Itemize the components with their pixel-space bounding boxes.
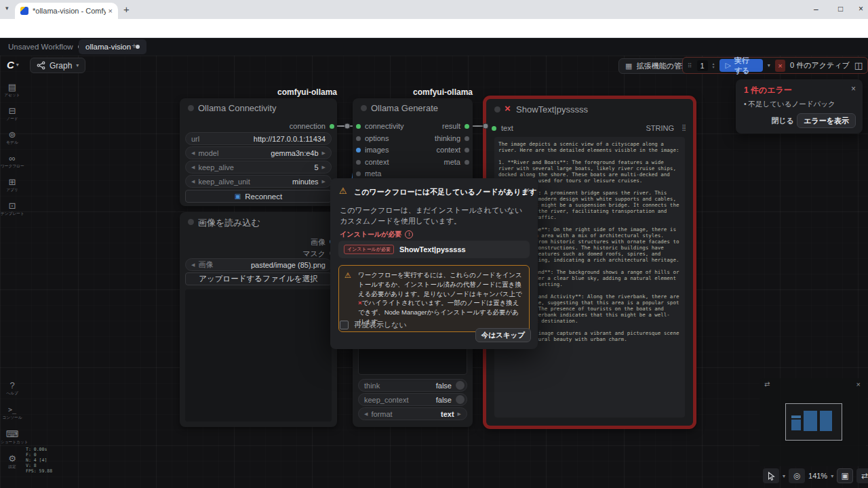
sidebar-item-nodes[interactable]: ⊟ ノード xyxy=(0,106,24,122)
sidebar-item-workflows[interactable]: ∞ ワークフロー xyxy=(0,154,24,169)
sidebar-item-models[interactable]: ⊚ モデル xyxy=(0,130,24,146)
node-ollama-connectivity[interactable]: Ollama Connectivity connection url http:… xyxy=(180,98,337,206)
input-slot[interactable] xyxy=(356,160,361,165)
input-slot[interactable] xyxy=(492,126,496,131)
checkbox[interactable] xyxy=(340,321,349,329)
reconnect-button[interactable]: ▣ Reconnect xyxy=(185,190,332,203)
dialog-body: このワークフローは、まだインストールされていないカスタムノードを使用しています。 xyxy=(340,205,528,227)
step-down-icon[interactable]: ▾ xyxy=(713,66,715,69)
combo-left-icon[interactable]: ◀ xyxy=(191,179,195,184)
error-close-button[interactable]: 閉じる xyxy=(765,113,800,128)
collapse-dot-icon[interactable] xyxy=(494,106,500,113)
sidebar-item-templates[interactable]: ⊡ テンプレート xyxy=(0,201,24,217)
pointer-options-chevron-icon[interactable]: ▾ xyxy=(783,473,785,479)
cancel-run-button[interactable]: × xyxy=(775,60,785,72)
drag-handle-icon[interactable]: ⠿ xyxy=(688,62,692,69)
skip-for-now-button[interactable]: 今はスキップ xyxy=(475,328,531,342)
input-slot[interactable] xyxy=(356,124,361,129)
sidebar-item-apps[interactable]: ⊞ アプリ xyxy=(0,178,24,193)
run-options-chevron-icon[interactable]: ▾ xyxy=(768,62,770,68)
upload-file-button[interactable]: アップロードするファイルを選択 xyxy=(185,272,332,285)
window-minimize-button[interactable]: – xyxy=(814,5,818,14)
collapse-dot-icon[interactable] xyxy=(361,105,367,111)
sidebar-item-assets[interactable]: ▤ アセット xyxy=(0,83,24,98)
batch-count-stepper[interactable]: ▴ ▾ xyxy=(713,62,715,69)
input-slot[interactable] xyxy=(356,136,361,141)
combo-left-icon[interactable]: ◀ xyxy=(364,411,368,417)
zoom-level[interactable]: 141% xyxy=(808,472,827,480)
combo-right-icon[interactable]: ▶ xyxy=(458,411,461,417)
node-category-label: comfyui-ollama xyxy=(180,87,337,97)
sidebar-item-shortcuts[interactable]: ⌨ ショートカット xyxy=(0,430,24,445)
combo-right-icon[interactable]: ▶ xyxy=(322,165,326,170)
toggle-knob[interactable] xyxy=(456,395,465,404)
window-maximize-button[interactable]: □ xyxy=(838,4,843,14)
cursor-icon xyxy=(768,472,775,481)
help-icon: ? xyxy=(0,381,24,390)
queue-panel-icon[interactable]: ◫ xyxy=(854,60,863,70)
input-slot[interactable] xyxy=(356,171,361,176)
comfyui-logo-button[interactable]: C ▾ xyxy=(7,59,19,70)
workflow-tab-unsaved[interactable]: Unsaved Workflow xyxy=(8,39,82,54)
close-icon[interactable]: × xyxy=(524,185,530,195)
zoom-chevron-icon[interactable]: ▾ xyxy=(831,473,833,479)
minimap-toggle-button[interactable]: ▣ xyxy=(837,468,853,483)
toggle-links-button[interactable]: ⇄ xyxy=(856,468,868,483)
minimap-links-icon[interactable]: ⇄ xyxy=(764,380,770,388)
tab-close-icon[interactable]: × xyxy=(108,7,113,15)
combo-left-icon[interactable]: ◀ xyxy=(191,165,195,170)
widget-keep-alive[interactable]: ◀ keep_alive 5 ▶ xyxy=(185,161,332,174)
combo-right-icon[interactable]: ▶ xyxy=(322,150,326,156)
output-slot[interactable] xyxy=(465,124,469,129)
assets-icon: ▤ xyxy=(0,83,24,92)
widget-think[interactable]: think false xyxy=(358,379,467,392)
dont-show-again-row[interactable]: 再度表示しない xyxy=(340,320,407,330)
sidebar-item-console[interactable]: >_ コンソール xyxy=(0,405,24,421)
widget-label: keep_alive_unit xyxy=(198,178,250,186)
tab-search-icon[interactable]: ▾ xyxy=(5,5,9,12)
minimap-panel[interactable]: ⇄ × xyxy=(760,378,866,466)
new-workflow-button[interactable]: + xyxy=(132,41,137,51)
grid-output-icon[interactable]: ⣿ xyxy=(682,124,686,131)
window-close-button[interactable]: × xyxy=(859,4,863,14)
reconnect-label: Reconnect xyxy=(245,192,282,201)
widget-image[interactable]: ◀ 画像 pasted/image (85).png xyxy=(185,258,332,271)
close-icon[interactable]: × xyxy=(851,84,856,94)
collapse-dot-icon[interactable] xyxy=(188,105,194,111)
widget-format[interactable]: ◀ format text ▶ xyxy=(358,407,467,420)
missing-node-row[interactable]: インストールが必要 ShowText|pysssss xyxy=(338,241,530,258)
output-slot[interactable] xyxy=(465,148,469,152)
minimap-viewport[interactable] xyxy=(785,403,842,441)
output-slot[interactable] xyxy=(465,160,469,165)
show-errors-button[interactable]: エラーを表示 xyxy=(797,113,856,128)
widget-keep-context[interactable]: keep_context false xyxy=(358,393,467,406)
node-error-x-icon: × xyxy=(505,102,511,114)
collapse-dot-icon[interactable] xyxy=(188,219,194,225)
node-load-image[interactable]: 画像を読み込む 画像 マスク ◀ 画像 pasted/image (85).pn… xyxy=(180,212,337,427)
output-slot[interactable] xyxy=(330,124,334,129)
input-slot[interactable] xyxy=(356,148,361,152)
run-button[interactable]: ▷ 実行する xyxy=(719,59,763,72)
error-item-label: 不足しているノードパック xyxy=(749,100,835,108)
image-preview-area xyxy=(185,289,332,422)
widget-model[interactable]: ◀ model gemma3n:e4b ▶ xyxy=(185,146,332,159)
browser-tab[interactable]: *ollama-vision - ComfyUI × xyxy=(15,3,118,19)
browser-tab-strip: ▾ *ollama-vision - ComfyUI × + – □ × xyxy=(0,0,868,19)
graph-menu-button[interactable]: Graph ▾ xyxy=(30,58,85,73)
new-tab-button[interactable]: + xyxy=(123,3,130,15)
sidebar-item-help[interactable]: ? ヘルプ xyxy=(0,381,24,396)
batch-count-input[interactable]: 1 xyxy=(697,60,708,71)
widget-keep-alive-unit[interactable]: ◀ keep_alive_unit minutes ▶ xyxy=(185,175,332,188)
fit-view-button[interactable]: ◎ xyxy=(789,468,805,483)
output-slot[interactable] xyxy=(465,136,469,141)
combo-left-icon[interactable]: ◀ xyxy=(191,262,195,268)
combo-right-icon[interactable]: ▶ xyxy=(322,179,326,184)
node-category-label: comfyui-ollama xyxy=(353,87,473,97)
pointer-tool-button[interactable] xyxy=(763,468,779,483)
widget-url[interactable]: url http://127.0.0.1:11434 xyxy=(185,132,332,145)
missing-node-name: ShowText|pysssss xyxy=(399,245,466,253)
close-icon[interactable]: × xyxy=(856,380,861,388)
sidebar-item-settings[interactable]: ⚙ 設定 xyxy=(0,454,24,470)
toggle-knob[interactable] xyxy=(456,381,465,390)
combo-left-icon[interactable]: ◀ xyxy=(191,150,195,156)
